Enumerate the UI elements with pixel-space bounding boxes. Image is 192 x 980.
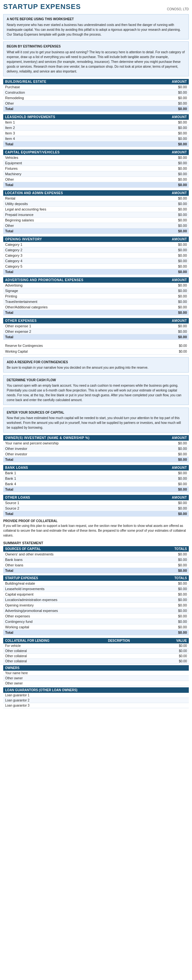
reserve-value: $0.00 <box>168 344 187 347</box>
sources-info-text: Now that you have estimated how much cap… <box>7 415 185 430</box>
row-value: $0.00 <box>168 569 187 573</box>
table-row: Equipment$0.00 <box>3 161 189 166</box>
collateral-item-desc <box>70 654 168 658</box>
collateral-item-desc <box>70 659 168 663</box>
cashflow-info-text: You cannot open with an empty bank accou… <box>7 383 185 402</box>
row-value: $0.00 <box>168 270 187 274</box>
table-row: Category 4$0.00 <box>3 258 189 264</box>
cashflow-info-box: DETERMINE YOUR CASH FLOW You cannot open… <box>3 375 189 405</box>
row-value: $0.00 <box>168 183 187 187</box>
row-label: Total <box>5 229 168 233</box>
summary-expenses-totals-label: TOTALS <box>175 576 187 580</box>
row-value: $0.00 <box>168 264 187 268</box>
row-value: $0.00 <box>168 161 187 165</box>
table-row: Bank loans$0.00 <box>3 557 189 563</box>
row-value: $0.00 <box>168 625 187 629</box>
collateral-text-box: PROVIDE PROOF OF COLLATERAL If you will … <box>3 519 189 538</box>
row-value: $0.00 <box>168 102 187 105</box>
row-label: Other investor <box>5 452 168 456</box>
building-label: BUILDING/REAL ESTATE <box>5 80 46 83</box>
summary-sources-totals-label: TOTALS <box>175 547 187 550</box>
table-row: Total$0.00 <box>3 182 189 188</box>
row-value: $0.00 <box>168 213 187 216</box>
summary-expenses-section: STARTUP EXPENSES TOTALS Building/real es… <box>3 575 189 635</box>
guarantor-row: Loan guarantor 1 <box>3 693 189 698</box>
owner-investment-section: OWNER(S) INVESTMENT (NAME & OWNERSHIP %)… <box>3 435 189 462</box>
row-value: $0.00 <box>168 441 187 445</box>
other-expenses-header: OTHER EXPENSES AMOUNT <box>3 318 189 323</box>
capital-equipment-section: CAPITAL EQUIPMENT/VEHICLES AMOUNT Vehicl… <box>3 150 189 188</box>
table-row: Machinery$0.00 <box>3 171 189 177</box>
row-label: Other <box>5 177 168 181</box>
table-row: Other loans$0.00 <box>3 563 189 568</box>
building-rows-container: Purchase$0.00Construction$0.00Remodeling… <box>3 84 189 112</box>
row-label: Category 2 <box>5 248 168 252</box>
table-row: Bank 1$0.00 <box>3 476 189 481</box>
table-row: Total$0.00 <box>3 229 189 234</box>
table-row: Total$0.00 <box>3 269 189 275</box>
collateral-col-collateral: COLLATERAL FOR LENDING <box>5 639 70 643</box>
table-row: Construction$0.00 <box>3 90 189 95</box>
begin-estimating-box: BEGIN BY ESTIMATING EXPENSES What will i… <box>3 41 189 76</box>
row-value: $0.00 <box>168 447 187 450</box>
summary-title: SUMMARY STATEMENT <box>3 540 189 546</box>
row-value: $0.00 <box>168 243 187 247</box>
table-row: Printing$0.00 <box>3 294 189 299</box>
table-row: Source 1$0.00 <box>3 500 189 506</box>
row-label: Category 4 <box>5 259 168 263</box>
row-value: $0.00 <box>168 207 187 211</box>
reserve-working-section: Reserve for Contingencies $0.00 Working … <box>3 343 189 355</box>
working-capital-label: Working Capital <box>5 350 168 353</box>
row-value: $0.00 <box>168 482 187 486</box>
row-label: Building/real estate <box>5 581 168 585</box>
row-label: Bank 1 <box>5 477 168 480</box>
row-value: $0.00 <box>168 477 187 480</box>
row-label: Signage <box>5 289 168 293</box>
row-label: Purchase <box>5 85 168 89</box>
building-amount-label: AMOUNT <box>172 80 187 83</box>
row-label: Bank 1 <box>5 471 168 475</box>
collateral-item-name: Other collateral <box>5 659 70 663</box>
collateral-item-desc <box>70 644 168 648</box>
begin-estimating-title: BEGIN BY ESTIMATING EXPENSES <box>7 44 185 49</box>
row-value: $0.00 <box>168 598 187 602</box>
summary-sources-header: SOURCES OF CAPITAL TOTALS <box>3 546 189 552</box>
other-loans-amount-label: AMOUNT <box>172 496 187 499</box>
row-label: Advertising <box>5 283 168 287</box>
row-label: Travel/entertainment <box>5 300 168 304</box>
capital-equipment-rows-container: Vehicles$0.00Equipment$0.00Fixtures$0.00… <box>3 155 189 188</box>
other-expenses-label: OTHER EXPENSES <box>5 319 37 323</box>
row-label: Category 5 <box>5 264 168 268</box>
advertising-section: ADVERTISING AND PROMOTIONAL EXPENSES AMO… <box>3 277 189 315</box>
row-value: $0.00 <box>168 452 187 456</box>
row-label: Total <box>5 107 168 111</box>
bank-loans-rows-container: Bank 1$0.00Bank 1$0.00Bank 4$0.00Total$0… <box>3 471 189 492</box>
table-row: Your name and percent ownership$0.00 <box>3 441 189 446</box>
table-row: Other investor$0.00 <box>3 452 189 457</box>
collateral-item-name: For vehicle <box>5 644 70 648</box>
table-row: Fixtures$0.00 <box>3 166 189 171</box>
table-row: Total$0.00 <box>3 334 189 340</box>
row-value: $0.00 <box>168 614 187 618</box>
row-value: $0.00 <box>168 305 187 309</box>
summary-section: SUMMARY STATEMENT SOURCES OF CAPITAL TOT… <box>3 540 189 635</box>
collateral-row: Other collateral$0.00 <box>3 649 189 654</box>
page-header: STARTUP EXPENSES CONOSO, LTD <box>0 0 192 12</box>
table-row: Total$0.00 <box>3 487 189 492</box>
table-row: Bank 1$0.00 <box>3 471 189 476</box>
opening-inventory-amount-label: AMOUNT <box>172 237 187 241</box>
row-value: $0.00 <box>168 603 187 607</box>
row-label: Location/administration expenses <box>5 598 168 602</box>
working-capital-value: $0.00 <box>168 350 187 353</box>
collateral-item-value: $0.00 <box>168 654 187 658</box>
other-loans-rows-container: Source 1$0.00Source 2$0.00Total$0.00 <box>3 500 189 517</box>
bank-loans-label: BANK LOANS <box>5 466 28 469</box>
contingencies-info-box: ADD A RESERVE FOR CONTINGENCIES Be sure … <box>3 357 189 372</box>
table-row: Purchase$0.00 <box>3 84 189 90</box>
row-label: Legal and accounting fees <box>5 207 168 211</box>
row-label: Other <box>5 102 168 105</box>
other-loans-header: OTHER LOANS AMOUNT <box>3 495 189 500</box>
row-label: Category 1 <box>5 243 168 247</box>
row-value: $0.00 <box>168 609 187 612</box>
table-row: Category 3$0.00 <box>3 253 189 258</box>
